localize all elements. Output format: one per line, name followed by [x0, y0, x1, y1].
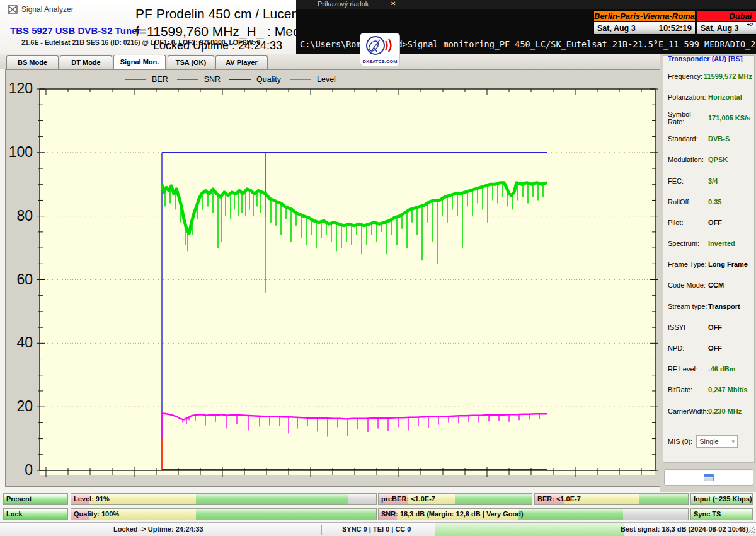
preber-bar: preBER: <1.0E-7 — [378, 493, 532, 505]
legend-item-snr: SNR — [177, 75, 220, 84]
transponder-row: RollOff:0.35 — [668, 191, 752, 212]
transponder-label: RollOff: — [668, 198, 708, 206]
transponder-label: Polarization: — [668, 93, 708, 101]
status-separator — [500, 525, 500, 535]
y-tick-label: 60 — [4, 271, 33, 288]
input-indicator: Input (~235 Kbps) — [690, 493, 753, 505]
status-counters: SYNC 0 | TEI 0 | CC 0 — [342, 525, 411, 533]
transponder-row: Symbol Rate:171,005 KS/s — [668, 107, 752, 128]
y-tick-label: 40 — [4, 334, 33, 351]
legend-line-sample — [290, 79, 311, 80]
transponder-value: Inverted — [708, 240, 735, 247]
transponder-row: Frame Type:Long Frame — [668, 254, 752, 275]
transponder-value: Long Frame — [708, 260, 748, 268]
resize-grip[interactable] — [748, 527, 755, 533]
transponder-row: Frequency:11599,572 MHz — [668, 66, 752, 86]
ber-bar: BER: <1.0E-7 — [534, 493, 689, 505]
clock-date: Sat, Aug 3 — [597, 24, 636, 33]
legend-line-sample — [125, 79, 146, 80]
clock-time: 10:52:19 — [659, 23, 692, 33]
transponder-title: Transponder (AU) [BS] — [668, 55, 751, 62]
transponder-value: Transport — [708, 303, 740, 310]
transponder-label: CarrierWidth: — [668, 407, 708, 415]
signal-analyzer-icon — [8, 4, 18, 15]
transponder-label: Standard: — [668, 135, 708, 143]
mis-label: MIS (0): — [668, 438, 692, 445]
transponder-value: 0,230 MHz — [708, 407, 742, 415]
transport-stream-button[interactable] — [664, 469, 753, 486]
tab-signal-mon-[interactable]: Signal Mon. — [113, 55, 166, 69]
close-icon[interactable]: ✕ — [391, 0, 396, 7]
transponder-value: 11599,572 MHz — [704, 73, 752, 80]
quality-bar: Quality: 100% — [71, 508, 377, 520]
present-indicator: Present — [3, 493, 68, 505]
transponder-value: 171,005 KS/s — [708, 114, 750, 122]
level-bar: Level: 91% — [71, 493, 377, 505]
tuner-title: TBS 5927 USB DVB-S2 Tuner — [10, 25, 140, 36]
locked-uptime: Locked Uptime : 24:24:33 — [153, 39, 282, 52]
transponder-label: Symbol Rate: — [668, 110, 708, 125]
mis-row: MIS (0): Single ▾ — [668, 435, 752, 448]
stream-icon — [704, 474, 714, 481]
transponder-value: CCM — [708, 281, 724, 289]
legend-label: BER — [152, 75, 168, 84]
y-tick-label: 100 — [4, 144, 33, 161]
transponder-value: DVB-S — [708, 135, 730, 143]
transponder-value: OFF — [708, 323, 722, 331]
transponder-value: 0,247 Mbit/s — [708, 386, 747, 393]
transponder-rows: Frequency:11599,572 MHzPolarization:Hori… — [668, 66, 752, 421]
y-tick-label: 120 — [4, 80, 33, 97]
dxsatcs-logo-text: DXSATCS.COM — [363, 59, 398, 64]
transponder-row: Code Mode:CCM — [668, 275, 752, 296]
command-prompt-titlebar: Príkazový riadok ✕ — [296, 0, 756, 9]
tab-av-player[interactable]: AV Player — [215, 55, 268, 69]
y-tick-label: 80 — [4, 207, 33, 224]
transponder-value: -46 dBm — [708, 365, 735, 373]
legend-label: Level — [317, 75, 336, 84]
transponder-label: Frequency: — [668, 73, 704, 80]
transponder-label: Modulation: — [668, 156, 708, 163]
transponder-label: Pilot: — [668, 219, 708, 226]
transponder-value: Horizontal — [708, 93, 742, 101]
clock-city: Berlin-Paris-Vienna-Roma — [594, 11, 695, 22]
transponder-label: Stream type: — [668, 303, 708, 310]
chart-legend: BERSNRQualityLevel — [125, 74, 336, 84]
legend-label: Quality — [256, 75, 281, 84]
legend-label: SNR — [204, 75, 220, 84]
sync-ts-indicator: Sync TS — [690, 508, 753, 520]
legend-line-sample — [177, 79, 198, 80]
status-progress-segment — [435, 523, 624, 536]
transponder-value: OFF — [708, 219, 722, 226]
transponder-value: QPSK — [708, 156, 728, 163]
tab-tsa-ok-[interactable]: TSA (OK) — [168, 55, 214, 69]
transponder-row: Standard:DVB-S — [668, 129, 752, 149]
clock-utc-offset: +2 — [747, 22, 753, 28]
status-separator — [321, 525, 322, 535]
clock-date: Sat, Aug 3 — [701, 24, 739, 33]
transponder-row: Polarization:Horizontal — [668, 86, 752, 107]
transponder-label: FEC: — [668, 177, 708, 185]
legend-item-quality: Quality — [229, 75, 281, 84]
transponder-row: Stream type:Transport — [668, 296, 752, 317]
tab-dt-mode[interactable]: DT Mode — [60, 55, 112, 69]
snr-bar: SNR: 18,3 dB (Margin: 12,8 dB | Very Goo… — [378, 508, 689, 520]
transponder-value: 3/4 — [708, 177, 718, 185]
transponder-label: RF Level: — [668, 365, 708, 373]
dxsatcs-logo: DXSATCS.COM — [360, 33, 400, 66]
mis-dropdown[interactable]: Single ▾ — [696, 435, 738, 448]
clock-panel: DubaiSat, Aug 3+212:52 — [697, 10, 756, 35]
transponder-label: BitRate: — [668, 386, 708, 393]
legend-line-sample — [229, 79, 251, 80]
clock-city: Dubai — [697, 11, 756, 22]
tab-bs-mode[interactable]: BS Mode — [6, 55, 59, 69]
app-titlebar: Signal Analyzer — [8, 4, 74, 15]
mis-value: Single — [699, 438, 719, 445]
transponder-label: NPD: — [668, 344, 708, 352]
transponder-row: BitRate:0,247 Mbit/s — [668, 380, 752, 400]
signal-chart — [5, 69, 660, 487]
mode-tabbar: BS ModeDT ModeSignal Mon.TSA (OK)AV Play… — [0, 54, 660, 69]
clock-time-row: Sat, Aug 3+212:52 — [697, 22, 756, 34]
clock-time-row: Sat, Aug 310:52:19 — [594, 22, 695, 34]
transponder-value: OFF — [708, 344, 722, 352]
transponder-row: Pilot:OFF — [668, 212, 752, 233]
